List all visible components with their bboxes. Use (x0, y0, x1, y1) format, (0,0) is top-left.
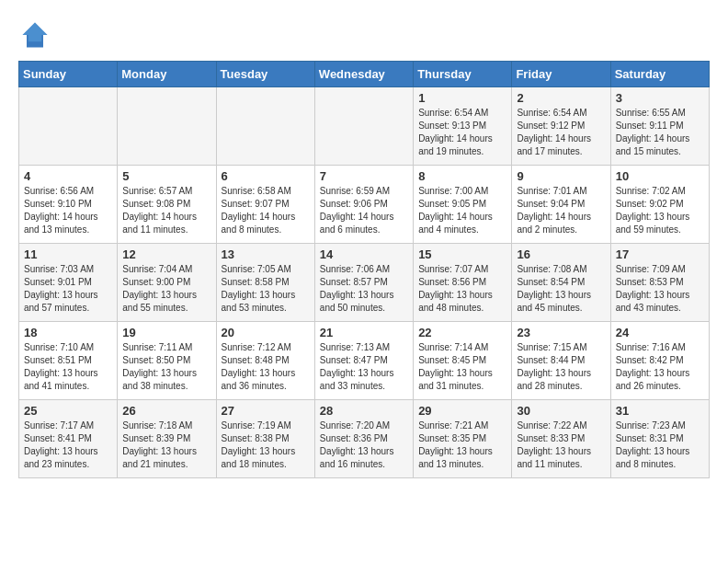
day-number: 7 (320, 169, 408, 183)
day-info: Sunrise: 7:13 AM Sunset: 8:47 PM Dayligh… (320, 341, 408, 393)
day-cell: 23Sunrise: 7:15 AM Sunset: 8:44 PM Dayli… (512, 322, 610, 400)
day-info: Sunrise: 7:03 AM Sunset: 9:01 PM Dayligh… (24, 263, 112, 315)
week-row-3: 11Sunrise: 7:03 AM Sunset: 9:01 PM Dayli… (19, 244, 710, 322)
day-info: Sunrise: 6:57 AM Sunset: 9:08 PM Dayligh… (122, 185, 210, 236)
day-number: 10 (616, 169, 704, 183)
day-number: 13 (222, 247, 310, 261)
day-cell: 29Sunrise: 7:21 AM Sunset: 8:35 PM Dayli… (414, 400, 512, 478)
day-cell (216, 87, 314, 166)
day-info: Sunrise: 7:04 AM Sunset: 9:00 PM Dayligh… (122, 263, 210, 315)
day-cell: 30Sunrise: 7:22 AM Sunset: 8:33 PM Dayli… (512, 400, 610, 478)
day-cell: 18Sunrise: 7:10 AM Sunset: 8:51 PM Dayli… (19, 322, 118, 400)
day-number: 17 (616, 247, 704, 261)
day-cell: 27Sunrise: 7:19 AM Sunset: 8:38 PM Dayli… (216, 400, 314, 478)
day-cell: 28Sunrise: 7:20 AM Sunset: 8:36 PM Dayli… (314, 400, 413, 478)
day-cell: 2Sunrise: 6:54 AM Sunset: 9:12 PM Daylig… (512, 87, 610, 166)
day-number: 29 (418, 404, 506, 418)
day-number: 21 (320, 326, 408, 339)
day-cell: 25Sunrise: 7:17 AM Sunset: 8:41 PM Dayli… (19, 400, 118, 478)
logo-icon (18, 18, 51, 52)
column-header-tuesday: Tuesday (216, 62, 314, 87)
day-cell: 17Sunrise: 7:09 AM Sunset: 8:53 PM Dayli… (610, 244, 709, 322)
day-cell: 11Sunrise: 7:03 AM Sunset: 9:01 PM Dayli… (19, 244, 118, 322)
calendar-body: 1Sunrise: 6:54 AM Sunset: 9:13 PM Daylig… (19, 87, 710, 478)
day-number: 15 (418, 247, 506, 261)
day-number: 3 (616, 91, 704, 105)
week-row-5: 25Sunrise: 7:17 AM Sunset: 8:41 PM Dayli… (19, 400, 710, 478)
day-cell: 1Sunrise: 6:54 AM Sunset: 9:13 PM Daylig… (414, 87, 512, 166)
day-info: Sunrise: 7:08 AM Sunset: 8:54 PM Dayligh… (517, 263, 605, 315)
day-number: 23 (517, 326, 605, 339)
column-header-wednesday: Wednesday (314, 62, 413, 87)
calendar-table: SundayMondayTuesdayWednesdayThursdayFrid… (18, 61, 710, 478)
day-cell: 19Sunrise: 7:11 AM Sunset: 8:50 PM Dayli… (118, 322, 216, 400)
day-info: Sunrise: 7:10 AM Sunset: 8:51 PM Dayligh… (24, 341, 112, 393)
day-cell: 9Sunrise: 7:01 AM Sunset: 9:04 PM Daylig… (512, 166, 610, 244)
day-cell: 4Sunrise: 6:56 AM Sunset: 9:10 PM Daylig… (19, 166, 118, 244)
day-info: Sunrise: 7:22 AM Sunset: 8:33 PM Dayligh… (517, 419, 605, 471)
day-cell (314, 87, 413, 166)
day-number: 26 (122, 404, 210, 418)
day-number: 20 (222, 326, 310, 339)
day-cell: 24Sunrise: 7:16 AM Sunset: 8:42 PM Dayli… (610, 322, 709, 400)
day-info: Sunrise: 7:07 AM Sunset: 8:56 PM Dayligh… (418, 263, 506, 315)
day-info: Sunrise: 6:59 AM Sunset: 9:06 PM Dayligh… (320, 185, 408, 236)
day-info: Sunrise: 7:02 AM Sunset: 9:02 PM Dayligh… (616, 185, 704, 236)
week-row-4: 18Sunrise: 7:10 AM Sunset: 8:51 PM Dayli… (19, 322, 710, 400)
day-cell: 10Sunrise: 7:02 AM Sunset: 9:02 PM Dayli… (610, 166, 709, 244)
day-cell (118, 87, 216, 166)
page-header (18, 18, 710, 52)
column-header-thursday: Thursday (414, 62, 512, 87)
day-number: 22 (418, 326, 506, 339)
day-number: 27 (222, 404, 310, 418)
day-cell: 20Sunrise: 7:12 AM Sunset: 8:48 PM Dayli… (216, 322, 314, 400)
day-info: Sunrise: 7:14 AM Sunset: 8:45 PM Dayligh… (418, 341, 506, 393)
day-number: 12 (122, 247, 210, 261)
day-number: 16 (517, 247, 605, 261)
day-cell: 3Sunrise: 6:55 AM Sunset: 9:11 PM Daylig… (610, 87, 709, 166)
day-number: 14 (320, 247, 408, 261)
day-number: 4 (24, 169, 112, 183)
day-number: 11 (24, 247, 112, 261)
week-row-1: 1Sunrise: 6:54 AM Sunset: 9:13 PM Daylig… (19, 87, 710, 166)
day-info: Sunrise: 7:16 AM Sunset: 8:42 PM Dayligh… (616, 341, 704, 393)
day-cell: 21Sunrise: 7:13 AM Sunset: 8:47 PM Dayli… (314, 322, 413, 400)
column-header-sunday: Sunday (19, 62, 118, 87)
day-number: 31 (616, 404, 704, 418)
day-number: 6 (222, 169, 310, 183)
logo (18, 18, 57, 52)
day-number: 24 (616, 326, 704, 339)
day-number: 8 (418, 169, 506, 183)
day-info: Sunrise: 7:20 AM Sunset: 8:36 PM Dayligh… (320, 419, 408, 471)
svg-marker-1 (23, 23, 48, 42)
day-cell: 6Sunrise: 6:58 AM Sunset: 9:07 PM Daylig… (216, 166, 314, 244)
day-cell: 31Sunrise: 7:23 AM Sunset: 8:31 PM Dayli… (610, 400, 709, 478)
day-info: Sunrise: 7:18 AM Sunset: 8:39 PM Dayligh… (122, 419, 210, 471)
day-info: Sunrise: 7:05 AM Sunset: 8:58 PM Dayligh… (222, 263, 310, 315)
column-header-friday: Friday (512, 62, 610, 87)
column-header-monday: Monday (118, 62, 216, 87)
day-cell: 22Sunrise: 7:14 AM Sunset: 8:45 PM Dayli… (414, 322, 512, 400)
day-cell: 7Sunrise: 6:59 AM Sunset: 9:06 PM Daylig… (314, 166, 413, 244)
day-cell (19, 87, 118, 166)
day-cell: 5Sunrise: 6:57 AM Sunset: 9:08 PM Daylig… (118, 166, 216, 244)
day-info: Sunrise: 6:55 AM Sunset: 9:11 PM Dayligh… (616, 107, 704, 158)
day-cell: 12Sunrise: 7:04 AM Sunset: 9:00 PM Dayli… (118, 244, 216, 322)
day-cell: 8Sunrise: 7:00 AM Sunset: 9:05 PM Daylig… (414, 166, 512, 244)
calendar-header: SundayMondayTuesdayWednesdayThursdayFrid… (19, 62, 710, 87)
day-cell: 16Sunrise: 7:08 AM Sunset: 8:54 PM Dayli… (512, 244, 610, 322)
week-row-2: 4Sunrise: 6:56 AM Sunset: 9:10 PM Daylig… (19, 166, 710, 244)
day-number: 1 (418, 91, 506, 105)
day-info: Sunrise: 7:00 AM Sunset: 9:05 PM Dayligh… (418, 185, 506, 236)
day-number: 28 (320, 404, 408, 418)
day-info: Sunrise: 7:09 AM Sunset: 8:53 PM Dayligh… (616, 263, 704, 315)
day-info: Sunrise: 7:01 AM Sunset: 9:04 PM Dayligh… (517, 185, 605, 236)
day-info: Sunrise: 7:06 AM Sunset: 8:57 PM Dayligh… (320, 263, 408, 315)
day-info: Sunrise: 6:56 AM Sunset: 9:10 PM Dayligh… (24, 185, 112, 236)
day-number: 18 (24, 326, 112, 339)
day-info: Sunrise: 7:15 AM Sunset: 8:44 PM Dayligh… (517, 341, 605, 393)
day-number: 25 (24, 404, 112, 418)
day-info: Sunrise: 7:21 AM Sunset: 8:35 PM Dayligh… (418, 419, 506, 471)
day-info: Sunrise: 7:11 AM Sunset: 8:50 PM Dayligh… (122, 341, 210, 393)
day-number: 9 (517, 169, 605, 183)
